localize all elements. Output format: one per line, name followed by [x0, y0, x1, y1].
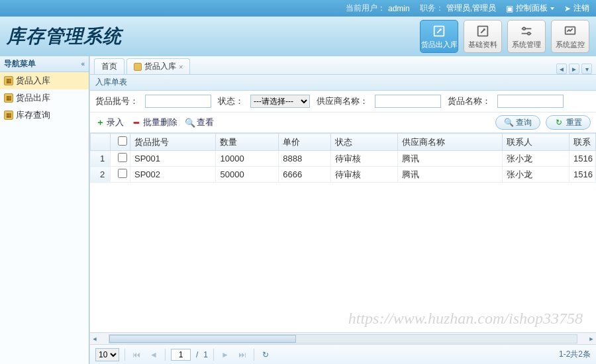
col-contact[interactable]: 联系人	[503, 134, 570, 151]
table-header-row: 货品批号 数量 单价 状态 供应商名称 联系人 联系	[91, 134, 596, 151]
sidebar-item-goods-out[interactable]: ▦ 货品出库	[0, 89, 89, 107]
sidebar-title-label: 导航菜单	[4, 58, 36, 69]
edit-icon	[475, 24, 490, 38]
sidebar: 导航菜单 « ▦ 货品入库 ▦ 货品出库 ▦ 库存查询	[0, 56, 89, 364]
row-checkbox[interactable]	[118, 153, 127, 162]
folder-icon: ▣	[506, 4, 513, 13]
first-page-button[interactable]: ⏮	[130, 349, 142, 361]
cell-phone: 1516	[570, 151, 596, 167]
separator	[213, 349, 214, 361]
page-size-select[interactable]: 10	[95, 348, 119, 361]
cell-phone: 1516	[570, 167, 596, 183]
col-checkbox	[111, 134, 130, 151]
current-user: 当前用户： admin	[346, 3, 410, 14]
cell-qty: 10000	[216, 151, 279, 167]
separator	[124, 349, 125, 361]
nav-goods-inout-label: 货品出入库	[421, 40, 458, 50]
svg-point-2	[523, 27, 526, 30]
nav-goods-inout[interactable]: 货品出入库	[420, 20, 458, 53]
cell-contact: 张小龙	[503, 167, 570, 183]
search-bar: 货品批号： 状态： ---请选择--- 供应商名称： 货品名称：	[90, 91, 596, 113]
last-page-button[interactable]: ⏭	[236, 349, 248, 361]
prev-page-button[interactable]: ◄	[148, 349, 160, 361]
cell-qty: 50000	[216, 167, 279, 183]
top-bar: 当前用户： admin 职务： 管理员,管理员 ▣ 控制面板 ➤ 注销	[0, 0, 596, 17]
scroll-left-icon[interactable]: ◄	[90, 334, 99, 343]
cell-batch: SP002	[130, 167, 216, 183]
logout-label: 注销	[573, 3, 589, 14]
sidebar-item-label: 货品出库	[16, 92, 50, 104]
plus-icon: ＋	[95, 118, 105, 127]
toolbar: ＋ 录入 ━ 批量删除 🔍 查看 🔍 查询 ↻ 重置	[90, 113, 596, 133]
app-title: 库存管理系统	[7, 24, 122, 49]
page-number-input[interactable]	[171, 349, 191, 361]
close-icon[interactable]: ×	[179, 63, 183, 71]
table-wrap: 货品批号 数量 单价 状态 供应商名称 联系人 联系 1 SP001 1000	[90, 133, 596, 332]
tab-scroll-right[interactable]: ►	[569, 64, 579, 74]
name-label: 货品名称：	[448, 95, 491, 107]
col-qty[interactable]: 数量	[216, 134, 279, 151]
tab-label: 首页	[101, 61, 117, 72]
nav-system-monitor-label: 系统监控	[556, 40, 585, 50]
monitor-icon	[563, 24, 577, 38]
scrollbar-track[interactable]	[109, 334, 577, 343]
sidebar-item-goods-in[interactable]: ▦ 货品入库	[0, 72, 89, 89]
nav-basic-data[interactable]: 基础资料	[464, 20, 502, 53]
control-panel-link[interactable]: ▣ 控制面板	[506, 3, 554, 14]
refresh-icon: ↻	[554, 118, 564, 127]
cell-batch: SP001	[130, 151, 216, 167]
table-row[interactable]: 1 SP001 10000 8888 待审核 腾讯 张小龙 1516	[91, 151, 596, 167]
sidebar-title: 导航菜单 «	[0, 56, 89, 72]
page-total-label: /	[196, 350, 198, 359]
tab-scroll-left[interactable]: ◄	[556, 64, 567, 74]
scrollbar-thumb[interactable]	[109, 335, 296, 343]
edit-icon	[432, 24, 446, 38]
batch-input[interactable]	[145, 95, 211, 108]
col-rownum	[91, 134, 111, 151]
col-supplier[interactable]: 供应商名称	[397, 134, 502, 151]
status-select[interactable]: ---请选择---	[250, 95, 310, 108]
col-phone[interactable]: 联系	[570, 134, 596, 151]
tab-menu[interactable]: ▾	[581, 64, 592, 74]
role-label: 职务：	[420, 3, 444, 14]
scroll-right-icon[interactable]: ►	[587, 334, 596, 343]
col-status[interactable]: 状态	[331, 134, 398, 151]
nav-basic-data-label: 基础资料	[468, 40, 497, 50]
query-button[interactable]: 🔍 查询	[495, 115, 540, 130]
cell-supplier: 腾讯	[397, 167, 502, 183]
sidebar-item-label: 库存查询	[16, 109, 50, 121]
horizontal-scrollbar[interactable]: ◄ ►	[90, 332, 596, 344]
nav-system-manage[interactable]: 系统管理	[507, 20, 546, 53]
cell-price: 6666	[279, 167, 331, 183]
cell-status: 待审核	[331, 167, 398, 183]
svg-point-3	[528, 32, 530, 34]
collapse-icon[interactable]: «	[81, 60, 85, 68]
tab-goods-in[interactable]: 货品入库 ×	[126, 58, 190, 74]
reset-button[interactable]: ↻ 重置	[546, 115, 591, 130]
select-all-checkbox[interactable]	[118, 136, 127, 146]
tab-home[interactable]: 首页	[94, 58, 124, 74]
control-panel-label: 控制面板	[516, 3, 548, 14]
supplier-input[interactable]	[375, 95, 441, 108]
batch-label: 货品批号：	[95, 95, 138, 107]
row-checkbox[interactable]	[118, 169, 127, 178]
batch-delete-button[interactable]: ━ 批量删除	[132, 116, 177, 128]
panel-title: 入库单表	[90, 75, 596, 91]
refresh-button[interactable]: ↻	[260, 349, 272, 361]
cell-checkbox	[111, 167, 130, 183]
nav-system-monitor[interactable]: 系统监控	[551, 20, 589, 53]
col-batch[interactable]: 货品批号	[130, 134, 216, 151]
tab-bar: 首页 货品入库 × ◄ ► ▾	[90, 56, 596, 75]
table-row[interactable]: 2 SP002 50000 6666 待审核 腾讯 张小龙 1516	[91, 167, 596, 183]
header: 库存管理系统 货品出入库 基础资料 系统管理 系统监控	[0, 17, 596, 56]
add-button[interactable]: ＋ 录入	[95, 116, 124, 128]
col-price[interactable]: 单价	[279, 134, 331, 151]
name-input[interactable]	[497, 95, 564, 108]
del-label: 批量删除	[143, 116, 177, 128]
logout-link[interactable]: ➤ 注销	[564, 3, 589, 14]
sidebar-item-stock-query[interactable]: ▦ 库存查询	[0, 107, 89, 124]
cell-contact: 张小龙	[503, 151, 570, 167]
view-button[interactable]: 🔍 查看	[185, 116, 214, 128]
tab-label: 货品入库	[144, 61, 176, 72]
next-page-button[interactable]: ►	[219, 349, 231, 361]
